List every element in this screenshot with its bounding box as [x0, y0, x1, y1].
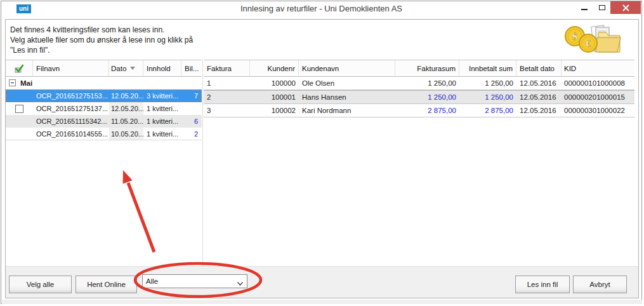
column-header-faktura[interactable]: Faktura: [204, 60, 250, 76]
file-voucher-cell: 7: [181, 90, 201, 102]
file-row-selected[interactable]: OCR_201651275153... 12.05.20... 3 kvitte…: [6, 90, 202, 102]
close-icon: [622, 4, 629, 11]
row-checkbox[interactable]: [15, 105, 23, 113]
file-name-cell: OCR_201651115342...: [33, 115, 109, 128]
customer-number-cell: 100000: [250, 77, 299, 90]
instruction-line-3: "Les inn fil".: [10, 45, 193, 55]
invoice-sum-cell: 1 250,00: [395, 91, 459, 103]
file-content-cell: 1 kvitteri...: [143, 102, 181, 115]
chevron-down-icon: [237, 279, 243, 287]
column-header-betalt-dato[interactable]: Betalt dato: [516, 60, 562, 76]
minus-glyph: [11, 83, 14, 83]
column-header-fakturasum[interactable]: Fakturasum: [395, 60, 459, 76]
kid-cell: 000000201000015: [562, 91, 634, 103]
folder-icon: [596, 32, 621, 52]
select-column-header[interactable]: [6, 60, 33, 76]
file-voucher-cell: [181, 102, 201, 115]
column-header-kundenr[interactable]: Kundenr: [250, 60, 299, 76]
invoice-grid: Faktura Kundenr Kundenavn Fakturasum Inn…: [204, 60, 634, 266]
coins-folder-icon: $ €: [563, 23, 622, 56]
green-check-icon: [13, 63, 25, 74]
file-row-check-cell[interactable]: [6, 102, 33, 115]
file-row[interactable]: OCR_201651014555... 10.05.20... 1 kvitte…: [6, 128, 202, 140]
content-panel: Det finnes 4 kvitteringsfiler som kan le…: [5, 19, 639, 298]
file-content-cell: 3 kvitteri...: [143, 90, 181, 102]
kid-cell: 000000101000008: [562, 77, 634, 90]
customer-name-cell: Ole Olsen: [299, 77, 395, 90]
invoice-number-cell: 3: [204, 104, 250, 117]
customer-name-cell: Hans Hansen: [299, 91, 395, 103]
instruction-line-1: Det finnes 4 kvitteringsfiler som kan le…: [10, 25, 193, 35]
file-row[interactable]: OCR_201651115342... 11.05.20... 1 kvitte…: [6, 115, 202, 128]
minimize-icon: [581, 9, 588, 10]
invoice-row[interactable]: 3 100002 Kari Nordmann 2 875,00 2 875,00…: [204, 104, 634, 117]
footer-bar: Velg alle Hent Online Alle Les inn fil A…: [6, 266, 638, 298]
file-grid: Filnavn Dato Innhold Bil... Mai OCR_2016…: [6, 60, 202, 266]
invoice-sum-cell: 2 875,00: [395, 104, 459, 117]
invoice-number-cell: 1: [204, 77, 250, 90]
read-file-button[interactable]: Les inn fil: [515, 276, 570, 293]
group-row-mai[interactable]: Mai: [6, 77, 202, 90]
dialog-window: uni Innlesing av returfiler - Uni Demokl…: [1, 1, 642, 304]
file-date-cell: 12.05.20...: [109, 102, 143, 115]
invoice-number-cell: 2: [204, 91, 250, 103]
column-header-dato-label: Dato: [111, 65, 126, 72]
paid-date-cell: 12.05.2016: [516, 77, 562, 90]
paid-date-cell: 12.05.2016: [516, 91, 562, 103]
file-date-cell: 12.05.20...: [109, 90, 143, 102]
close-button[interactable]: [610, 1, 641, 14]
customer-name-cell: Kari Nordmann: [299, 104, 395, 117]
file-date-cell: 11.05.20...: [109, 115, 143, 128]
select-all-button[interactable]: Velg alle: [9, 276, 72, 293]
instruction-text: Det finnes 4 kvitteringsfiler som kan le…: [10, 25, 193, 55]
file-row-check-cell[interactable]: [6, 90, 33, 102]
invoice-grid-header: Faktura Kundenr Kundenavn Fakturasum Inn…: [204, 60, 634, 77]
file-content-cell: 1 kvitteri...: [143, 115, 181, 128]
column-header-innbetalt-sum[interactable]: Innbetalt sum: [459, 60, 516, 76]
kid-cell: 000000301000022: [562, 104, 634, 117]
file-name-cell: OCR_201651275137...: [33, 102, 109, 115]
maximize-button[interactable]: [594, 1, 610, 14]
column-header-dato[interactable]: Dato: [109, 60, 143, 76]
svg-text:$: $: [572, 30, 578, 43]
paid-sum-cell: 2 875,00: [459, 104, 516, 117]
column-header-kid[interactable]: KID: [562, 60, 634, 76]
customer-number-cell: 100002: [250, 104, 299, 117]
minimize-button[interactable]: [575, 1, 594, 14]
paid-date-cell: 12.05.2016: [516, 104, 562, 117]
svg-text:€: €: [586, 38, 591, 49]
file-content-cell: 1 kvitteri...: [143, 128, 181, 140]
fetch-online-button[interactable]: Hent Online: [76, 276, 137, 293]
column-header-kundenavn[interactable]: Kundenavn: [299, 60, 395, 76]
paid-sum-cell: 1 250,00: [459, 91, 516, 103]
file-name-cell: OCR_201651275153...: [33, 90, 109, 102]
panel-splitter[interactable]: [202, 60, 203, 266]
sort-desc-icon: [130, 67, 135, 70]
euro-coin-icon: €: [579, 34, 597, 52]
title-bar: uni Innlesing av returfiler - Uni Demokl…: [1, 1, 641, 15]
column-header-innhold[interactable]: Innhold: [143, 60, 181, 76]
file-voucher-cell: 6: [181, 115, 201, 128]
filter-dropdown-value: Alle: [146, 277, 158, 285]
cancel-button[interactable]: Avbryt: [573, 276, 627, 293]
file-row-check-cell[interactable]: [6, 128, 33, 140]
invoice-row[interactable]: 2 100001 Hans Hansen 1 250,00 1 250,00 1…: [204, 90, 634, 104]
window-title: Innlesing av returfiler - Uni Demoklient…: [1, 4, 641, 13]
customer-number-cell: 100001: [250, 91, 299, 103]
column-header-filnavn[interactable]: Filnavn: [33, 60, 109, 76]
file-row[interactable]: OCR_201651275137... 12.05.20... 1 kvitte…: [6, 102, 202, 115]
maximize-icon: [599, 5, 605, 10]
group-label: Mai: [20, 79, 32, 87]
file-voucher-cell: 2: [181, 128, 201, 140]
paid-sum-cell: 1 250,00: [459, 77, 516, 90]
column-header-bilag[interactable]: Bil...: [181, 60, 201, 76]
instruction-line-2: Velg aktuelle filer som du ønsker å lese…: [10, 35, 193, 45]
file-date-cell: 10.05.20...: [109, 128, 143, 140]
collapse-icon[interactable]: [9, 79, 16, 86]
file-name-cell: OCR_201651014555...: [33, 128, 109, 140]
invoice-row[interactable]: 1 100000 Ole Olsen 1 250,00 1 250,00 12.…: [204, 77, 634, 90]
file-row-check-cell[interactable]: [6, 115, 33, 128]
invoice-sum-cell: 1 250,00: [395, 77, 459, 90]
file-grid-header: Filnavn Dato Innhold Bil...: [6, 60, 202, 77]
filter-dropdown[interactable]: Alle: [142, 274, 247, 288]
